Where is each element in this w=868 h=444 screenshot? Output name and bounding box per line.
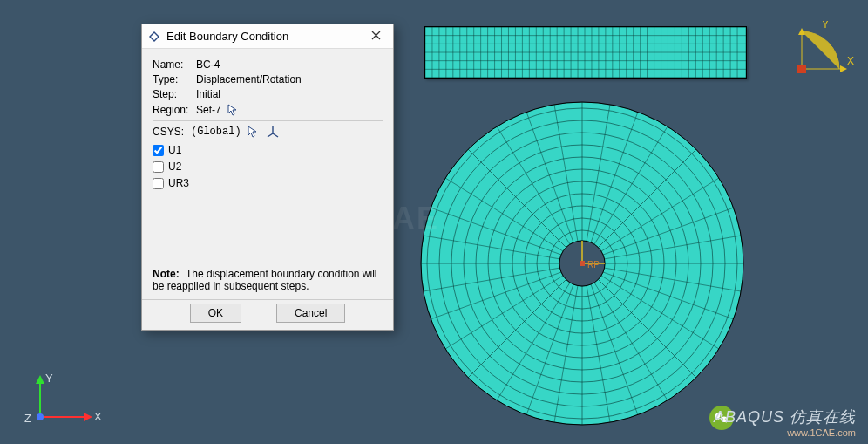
step-label: Step:	[153, 88, 196, 100]
svg-point-59	[37, 413, 44, 420]
reference-point-marker	[580, 261, 585, 266]
dialog-title: Edit Boundary Condition	[166, 30, 366, 43]
name-value: BC-4	[196, 58, 220, 71]
type-label: Type:	[153, 73, 196, 85]
type-value: Displacement/Rotation	[196, 73, 302, 85]
step-value: Initial	[196, 88, 220, 100]
region-value: Set-7	[196, 104, 221, 116]
field-csys: CSYS: (Global)	[153, 125, 383, 139]
mesh-disc: RP	[417, 98, 748, 429]
checkbox-ur3[interactable]: UR3	[153, 177, 383, 189]
view-triad: Y X Z	[19, 372, 103, 435]
note: Note: The displacement boundary conditio…	[153, 268, 383, 292]
csys-label: CSYS:	[153, 126, 191, 138]
field-step: Step: Initial	[153, 88, 383, 100]
field-region: Region: Set-7	[153, 103, 383, 117]
pick-region-icon[interactable]	[227, 103, 241, 117]
wechat-icon	[709, 406, 734, 430]
region-label: Region:	[153, 104, 196, 116]
svg-marker-56	[36, 375, 44, 384]
app-icon	[147, 30, 161, 44]
checkbox-u2[interactable]: U2	[153, 161, 383, 173]
field-type: Type: Displacement/Rotation	[153, 73, 383, 85]
u1-checkbox[interactable]	[153, 145, 164, 156]
dialog-titlebar[interactable]: Edit Boundary Condition	[142, 24, 393, 49]
axis-x-label: X	[94, 410, 102, 423]
create-csys-icon[interactable]	[266, 125, 280, 139]
datum-triad: Y X	[793, 21, 854, 85]
viewport[interactable]: RP Y X Y X Z 1CAE	[0, 0, 868, 444]
u2-checkbox[interactable]	[153, 161, 164, 173]
origin-marker	[797, 65, 806, 73]
name-label: Name:	[153, 58, 196, 71]
axis-z-label: Z	[24, 412, 31, 425]
note-text: The displacement boundary condition will…	[153, 268, 376, 292]
checkbox-u1[interactable]: U1	[153, 144, 383, 156]
ur3-label: UR3	[168, 177, 189, 189]
svg-marker-54	[840, 65, 847, 72]
divider	[153, 120, 383, 121]
close-button[interactable]	[366, 28, 386, 44]
ok-button[interactable]: OK	[190, 304, 241, 323]
edit-boundary-condition-dialog: Edit Boundary Condition Name: BC-4 Type:…	[141, 24, 394, 331]
close-icon	[371, 31, 381, 40]
dialog-button-row: OK Cancel	[142, 299, 393, 330]
u1-label: U1	[168, 144, 181, 156]
axis-y-label: Y	[822, 21, 829, 31]
mesh-plate	[424, 26, 747, 79]
reference-point-label: RP	[587, 260, 600, 270]
u2-label: U2	[168, 161, 181, 173]
ur3-checkbox[interactable]	[153, 178, 164, 189]
axis-x-label: X	[847, 55, 854, 67]
field-name: Name: BC-4	[153, 58, 383, 71]
csys-value: (Global)	[191, 126, 241, 138]
note-prefix: Note:	[153, 268, 180, 280]
pick-csys-icon[interactable]	[247, 125, 261, 139]
svg-marker-58	[84, 413, 92, 421]
cancel-button[interactable]: Cancel	[276, 304, 345, 323]
axis-y-label: Y	[45, 372, 53, 385]
